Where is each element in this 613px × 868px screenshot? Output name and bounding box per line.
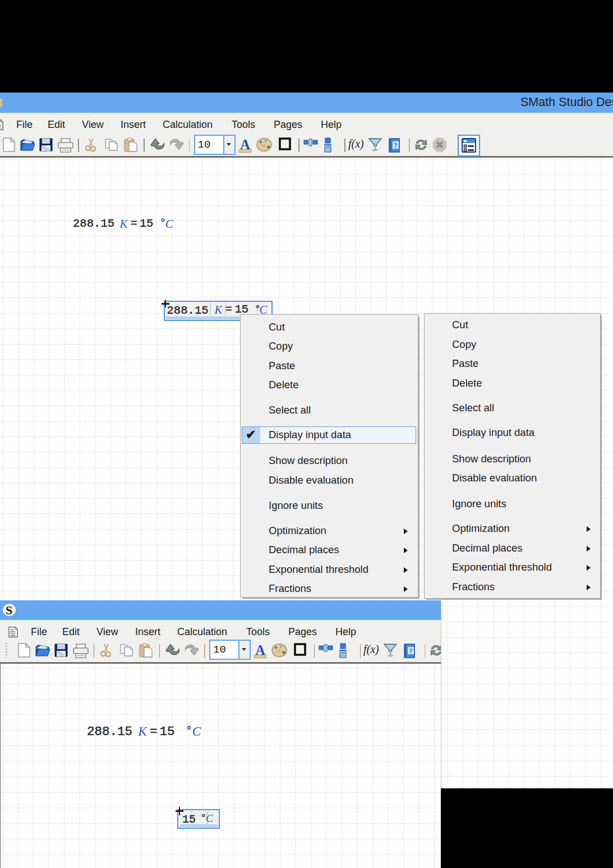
svg-text:?: ? [394,141,398,149]
svg-text:?: ? [409,646,413,655]
svg-text:A: A [239,137,250,152]
svg-text:f(x): f(x) [348,137,363,150]
svg-text:A: A [255,643,265,658]
svg-text:f(x): f(x) [363,643,379,656]
